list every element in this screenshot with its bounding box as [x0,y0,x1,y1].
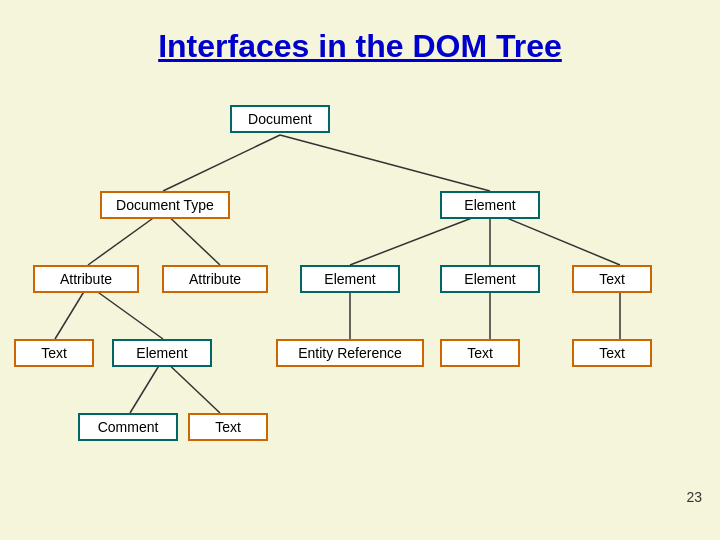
node-element-1: Element [440,191,540,219]
node-entity-ref: Entity Reference [276,339,424,367]
node-text-3: Text [440,339,520,367]
svg-line-2 [88,211,163,265]
node-comment: Comment [78,413,178,441]
node-attribute-1: Attribute [33,265,139,293]
svg-line-8 [88,285,163,339]
page-number: 23 [686,489,702,505]
svg-line-7 [55,285,88,339]
node-text-5: Text [188,413,268,441]
node-element-2: Element [300,265,400,293]
svg-line-3 [163,211,220,265]
svg-line-6 [490,211,620,265]
node-text-1: Text [572,265,652,293]
svg-line-0 [163,135,280,191]
node-document: Document [230,105,330,133]
svg-line-13 [163,359,220,413]
page-title: Interfaces in the DOM Tree [0,0,720,83]
node-element-3: Element [440,265,540,293]
svg-line-12 [130,359,163,413]
node-attribute-2: Attribute [162,265,268,293]
svg-line-1 [280,135,490,191]
svg-line-4 [350,211,490,265]
node-text-2: Text [14,339,94,367]
node-element-4: Element [112,339,212,367]
node-document-type: Document Type [100,191,230,219]
node-text-4: Text [572,339,652,367]
